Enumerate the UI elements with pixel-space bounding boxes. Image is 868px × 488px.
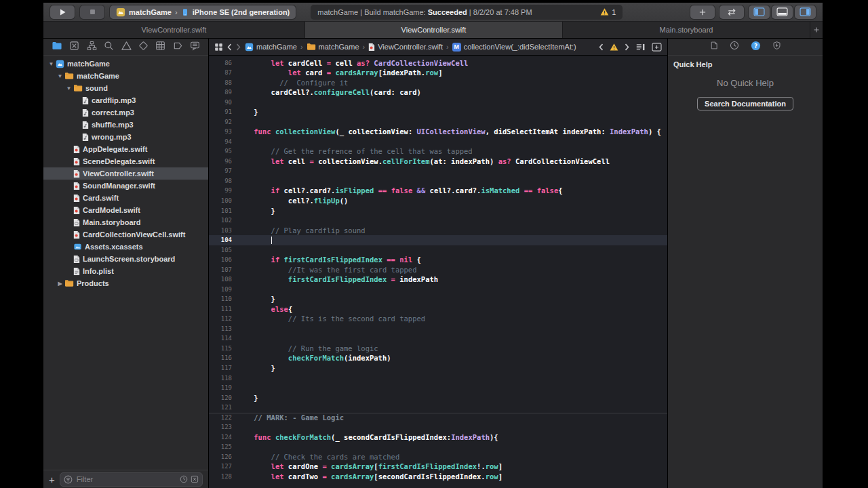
tree-item-LaunchScreen.storyboard[interactable]: LaunchScreen.storyboard <box>43 253 208 265</box>
issue-navigator-button[interactable] <box>121 41 132 54</box>
disclosure-open-icon[interactable]: ▼ <box>56 73 64 79</box>
panel-right-icon <box>800 7 811 16</box>
scheme-selector[interactable]: matchGame iPhone SE (2nd generation) <box>110 5 296 19</box>
tree-item-Card.swift[interactable]: Card.swift <box>43 192 208 204</box>
tree-item-label: ViewController.swift <box>83 169 154 178</box>
add-file-button[interactable]: + <box>49 474 55 485</box>
source-control-navigator-button[interactable] <box>69 41 79 54</box>
filter-icon <box>64 475 73 484</box>
minimap-icon[interactable] <box>635 43 646 52</box>
tree-item-wrong.mp3[interactable]: wrong.mp3 <box>43 131 208 143</box>
activity-status-view[interactable]: matchGame | Build matchGame: Succeeded |… <box>311 5 623 20</box>
related-items-icon[interactable] <box>214 43 223 52</box>
disclosure-open-icon[interactable]: ▼ <box>64 85 73 92</box>
project-navigator-button[interactable] <box>52 41 62 54</box>
back-chevron-icon[interactable] <box>227 43 232 51</box>
plist-file-icon <box>73 267 80 276</box>
tree-item-label: matchGame <box>67 60 110 68</box>
code-line-94: 94 <box>209 137 667 147</box>
tree-item-correct.mp3[interactable]: correct.mp3 <box>43 106 208 119</box>
quick-help-inspector-button[interactable]: ? <box>751 41 761 54</box>
filter-input[interactable] <box>75 474 177 484</box>
tree-item-ViewController.swift[interactable]: ViewController.swift <box>43 167 208 180</box>
code-line-113: 113 <box>209 324 667 334</box>
tree-item-cardflip.mp3[interactable]: cardflip.mp3 <box>43 94 208 106</box>
search-documentation-button[interactable]: Search Documentation <box>697 97 793 110</box>
tree-item-AppDelegate.swift[interactable]: AppDelegate.swift <box>43 143 208 155</box>
issue-warning-icon[interactable] <box>610 43 618 52</box>
tab-Main.storyboard[interactable]: Main.storyboard <box>563 22 810 38</box>
previous-issue-chevron-icon[interactable] <box>599 43 604 51</box>
line-number: 116 <box>209 353 237 363</box>
test-navigator-button[interactable] <box>138 41 149 54</box>
code-text: } <box>237 294 275 304</box>
breadcrumb-item-matchGame[interactable]: matchGame <box>245 43 297 52</box>
toggle-navigator-button[interactable] <box>749 5 770 19</box>
breakpoint-navigator-button[interactable] <box>173 41 183 54</box>
tree-item-Main.storyboard[interactable]: Main.storyboard <box>43 216 208 228</box>
tab-ViewController.swift[interactable]: ViewController.swift <box>43 22 305 38</box>
tab-ViewController.swift[interactable]: ViewController.swift <box>305 22 563 38</box>
tree-item-matchGame[interactable]: ▼matchGame <box>43 70 208 82</box>
forward-chevron-icon[interactable] <box>236 43 241 51</box>
file-inspector-button[interactable] <box>710 41 718 53</box>
tree-item-CardModel.swift[interactable]: CardModel.swift <box>43 204 208 216</box>
debug-navigator-button[interactable] <box>155 41 165 54</box>
tree-item-label: sound <box>85 84 108 92</box>
folder-file-icon <box>64 279 74 287</box>
code-line-102: 102 <box>209 216 667 226</box>
tree-item-label: SoundManager.swift <box>83 182 155 190</box>
main-content: ▼matchGame▼matchGame▼soundcardflip.mp3co… <box>43 39 823 488</box>
line-number: 89 <box>209 87 237 98</box>
tree-item-shuffle.mp3[interactable]: shuffle.mp3 <box>43 119 208 131</box>
symbol-navigator-button[interactable] <box>87 41 97 54</box>
tree-item-Assets.xcassets[interactable]: Assets.xcassets <box>43 241 208 253</box>
code-line-117: 117 } <box>209 363 667 373</box>
code-review-button[interactable] <box>719 5 744 19</box>
history-inspector-button[interactable] <box>730 41 739 53</box>
line-number: 126 <box>209 452 237 462</box>
breadcrumb-item-ViewController.swift[interactable]: ViewController.swift <box>368 43 443 52</box>
find-navigator-button[interactable] <box>104 41 114 54</box>
add-tab-button[interactable] <box>810 22 823 38</box>
line-number: 124 <box>209 432 237 443</box>
source-control-filter-icon[interactable] <box>191 475 199 483</box>
report-navigator-button[interactable] <box>190 41 200 54</box>
library-add-button[interactable] <box>690 5 715 19</box>
code-area[interactable]: 8586 let cardCell = cell as? CardCollect… <box>209 56 667 488</box>
disclosure-closed-icon[interactable]: ▶ <box>56 281 64 287</box>
code-line-108: 108 firstCardIsFlippedIndex = indexPath <box>209 274 667 285</box>
tree-item-SceneDelegate.swift[interactable]: SceneDelegate.swift <box>43 155 208 167</box>
breadcrumb-item-matchGame[interactable]: matchGame <box>307 43 359 51</box>
disclosure-open-icon[interactable]: ▼ <box>47 61 56 67</box>
code-line-91: 91 } <box>209 107 667 117</box>
tree-item-SoundManager.swift[interactable]: SoundManager.swift <box>43 180 208 192</box>
code-text: checkForMatch(indexPath) <box>237 353 391 363</box>
folder-file-icon <box>64 72 74 80</box>
tree-item-Products[interactable]: ▶Products <box>43 277 208 289</box>
line-number: 117 <box>209 363 237 373</box>
toggle-inspector-button[interactable] <box>795 5 816 19</box>
tree-item-label: correct.mp3 <box>92 108 134 117</box>
run-button[interactable] <box>50 5 75 19</box>
tree-item-label: CardModel.swift <box>83 206 140 214</box>
accessibility-inspector-button[interactable] <box>772 41 781 53</box>
next-issue-chevron-icon[interactable] <box>625 43 629 51</box>
swift-file-icon <box>73 182 80 190</box>
filter-field[interactable] <box>60 472 203 487</box>
breadcrumb-item-collectionView(_:didSelectItemAt:)[interactable]: McollectionView(_:didSelectItemAt:) <box>452 43 576 52</box>
tree-item-Info.plist[interactable]: Info.plist <box>43 265 208 277</box>
stop-button[interactable] <box>80 5 104 19</box>
tree-item-matchGame[interactable]: ▼matchGame <box>43 58 208 70</box>
history-inspector-icon <box>730 41 739 50</box>
warning-count-badge[interactable]: 1 <box>600 7 616 16</box>
text-cursor <box>271 237 273 244</box>
tree-item-sound[interactable]: ▼sound <box>43 82 208 94</box>
source-editor: matchGamematchGameViewController.swiftMc… <box>209 39 668 488</box>
tree-item-CardCollectionViewCell.swift[interactable]: CardCollectionViewCell.swift <box>43 228 208 241</box>
toggle-debug-area-button[interactable] <box>772 5 793 19</box>
add-editor-icon[interactable] <box>652 43 662 52</box>
code-line-127: 127 let cardOne = cardsArray[firstCardIs… <box>209 462 667 472</box>
code-line-95: 95 // Get the refrence of the cell that … <box>209 146 667 157</box>
recent-files-icon[interactable] <box>180 475 188 483</box>
